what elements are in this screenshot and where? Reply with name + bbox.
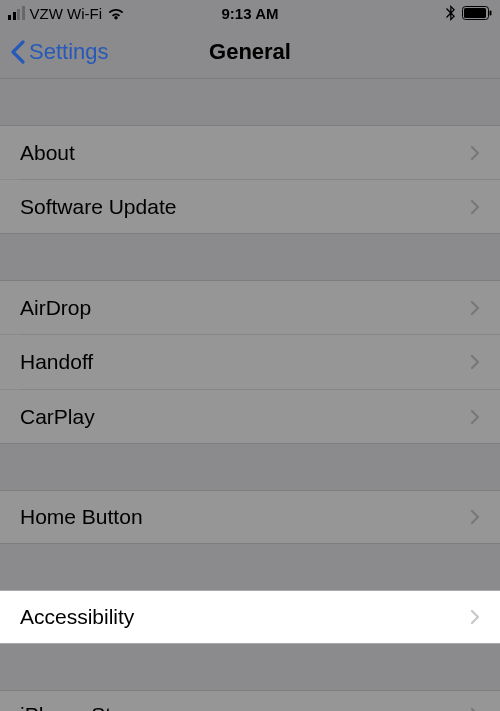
back-label: Settings xyxy=(29,39,109,65)
cell-signal-icon xyxy=(8,6,25,20)
row-iphone-storage[interactable]: iPhone Storage xyxy=(0,690,500,711)
chevron-right-icon xyxy=(470,199,480,215)
back-button[interactable]: Settings xyxy=(10,39,109,65)
row-label: Home Button xyxy=(20,505,143,529)
chevron-right-icon xyxy=(470,145,480,161)
chevron-left-icon xyxy=(10,40,25,64)
row-label: Software Update xyxy=(20,195,176,219)
row-label: AirDrop xyxy=(20,296,91,320)
row-label: About xyxy=(20,141,75,165)
nav-bar: Settings General xyxy=(0,26,500,79)
row-software-update[interactable]: Software Update xyxy=(0,180,500,234)
row-carplay[interactable]: CarPlay xyxy=(0,390,500,444)
row-label: iPhone Storage xyxy=(20,703,165,712)
chevron-right-icon xyxy=(470,300,480,316)
svg-rect-1 xyxy=(464,8,486,18)
battery-icon xyxy=(462,6,492,20)
row-label: Handoff xyxy=(20,350,93,374)
group-spacer xyxy=(0,234,500,280)
chevron-right-icon xyxy=(470,409,480,425)
row-about[interactable]: About xyxy=(0,125,500,179)
chevron-right-icon xyxy=(470,509,480,525)
row-handoff[interactable]: Handoff xyxy=(0,335,500,389)
group-spacer xyxy=(0,644,500,690)
group-spacer xyxy=(0,444,500,490)
carrier-label: VZW Wi-Fi xyxy=(30,5,102,22)
settings-general-screen: { "status": { "carrier": "VZW Wi-Fi", "t… xyxy=(0,0,500,711)
row-airdrop[interactable]: AirDrop xyxy=(0,280,500,334)
wifi-icon xyxy=(107,7,125,20)
bluetooth-icon xyxy=(446,5,455,21)
row-label: Accessibility xyxy=(20,605,134,629)
row-home-button[interactable]: Home Button xyxy=(0,490,500,544)
status-bar: VZW Wi-Fi 9:13 AM xyxy=(0,0,500,26)
page-title: General xyxy=(209,39,291,65)
chevron-right-icon xyxy=(470,707,480,712)
chevron-right-icon xyxy=(470,354,480,370)
chevron-right-icon xyxy=(470,609,480,625)
status-left: VZW Wi-Fi xyxy=(8,5,125,22)
content[interactable]: About Software Update AirDrop Handoff xyxy=(0,79,500,711)
row-label: CarPlay xyxy=(20,405,95,429)
group-spacer xyxy=(0,544,500,590)
status-right xyxy=(446,5,492,21)
svg-rect-2 xyxy=(490,11,492,16)
clock: 9:13 AM xyxy=(222,5,279,22)
group-spacer xyxy=(0,79,500,125)
row-accessibility[interactable]: Accessibility xyxy=(0,590,500,644)
